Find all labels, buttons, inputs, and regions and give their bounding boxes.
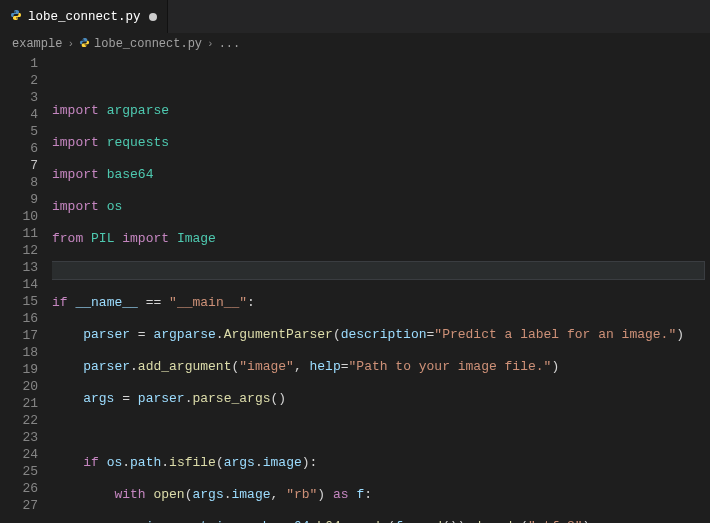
code-line[interactable]: from PIL import Image bbox=[52, 230, 704, 247]
line-number: 18 bbox=[0, 344, 38, 361]
breadcrumb-file[interactable]: lobe_connect.py bbox=[94, 37, 202, 51]
line-number: 3 bbox=[0, 89, 38, 106]
code-line[interactable]: parser.add_argument("image", help="Path … bbox=[52, 358, 704, 375]
code-content[interactable]: import argparse import requests import b… bbox=[52, 55, 710, 523]
line-number: 16 bbox=[0, 310, 38, 327]
line-number: 9 bbox=[0, 191, 38, 208]
line-number: 4 bbox=[0, 106, 38, 123]
code-line[interactable] bbox=[52, 422, 704, 439]
breadcrumb[interactable]: example › lobe_connect.py › ... bbox=[0, 33, 710, 55]
line-number: 15 bbox=[0, 293, 38, 310]
line-number: 8 bbox=[0, 174, 38, 191]
line-number: 1 bbox=[0, 55, 38, 72]
line-number: 21 bbox=[0, 395, 38, 412]
code-line[interactable]: import base64 bbox=[52, 166, 704, 183]
code-line[interactable]: with open(args.image, "rb") as f: bbox=[52, 486, 704, 503]
line-number: 10 bbox=[0, 208, 38, 225]
line-number: 2 bbox=[0, 72, 38, 89]
code-line[interactable]: import argparse bbox=[52, 102, 704, 119]
python-file-icon bbox=[10, 9, 22, 25]
line-number: 12 bbox=[0, 242, 38, 259]
python-file-icon bbox=[79, 37, 90, 52]
line-number: 22 bbox=[0, 412, 38, 429]
code-line[interactable]: if os.path.isfile(args.image): bbox=[52, 454, 704, 471]
breadcrumb-folder[interactable]: example bbox=[12, 37, 62, 51]
line-number: 20 bbox=[0, 378, 38, 395]
code-line[interactable]: if __name__ == "__main__": bbox=[52, 294, 704, 311]
code-line[interactable] bbox=[52, 70, 704, 87]
line-number: 24 bbox=[0, 446, 38, 463]
code-line[interactable]: import requests bbox=[52, 134, 704, 151]
tab-filename: lobe_connect.py bbox=[28, 10, 141, 24]
code-line[interactable]: parser = argparse.ArgumentParser(descrip… bbox=[52, 326, 704, 343]
line-number-gutter: 1234567891011121314151617181920212223242… bbox=[0, 55, 52, 523]
breadcrumb-symbol[interactable]: ... bbox=[219, 37, 241, 51]
code-line[interactable]: args = parser.parse_args() bbox=[52, 390, 704, 407]
tab-modified-dot-icon bbox=[149, 13, 157, 21]
line-number: 6 bbox=[0, 140, 38, 157]
line-number: 13 bbox=[0, 259, 38, 276]
chevron-right-icon: › bbox=[67, 38, 74, 50]
code-line[interactable]: import os bbox=[52, 198, 704, 215]
line-number: 11 bbox=[0, 225, 38, 242]
line-number: 19 bbox=[0, 361, 38, 378]
line-number: 7 bbox=[0, 157, 38, 174]
line-number: 23 bbox=[0, 429, 38, 446]
line-number: 17 bbox=[0, 327, 38, 344]
line-number: 14 bbox=[0, 276, 38, 293]
code-line[interactable]: image_string = base64.b64encode(f.read()… bbox=[52, 518, 704, 523]
tab-lobe-connect[interactable]: lobe_connect.py bbox=[0, 0, 168, 33]
line-number: 27 bbox=[0, 497, 38, 514]
line-number: 5 bbox=[0, 123, 38, 140]
line-number: 26 bbox=[0, 480, 38, 497]
line-number: 25 bbox=[0, 463, 38, 480]
chevron-right-icon: › bbox=[207, 38, 214, 50]
tab-bar: lobe_connect.py bbox=[0, 0, 710, 33]
code-editor[interactable]: 1234567891011121314151617181920212223242… bbox=[0, 55, 710, 523]
code-line[interactable] bbox=[52, 262, 704, 279]
